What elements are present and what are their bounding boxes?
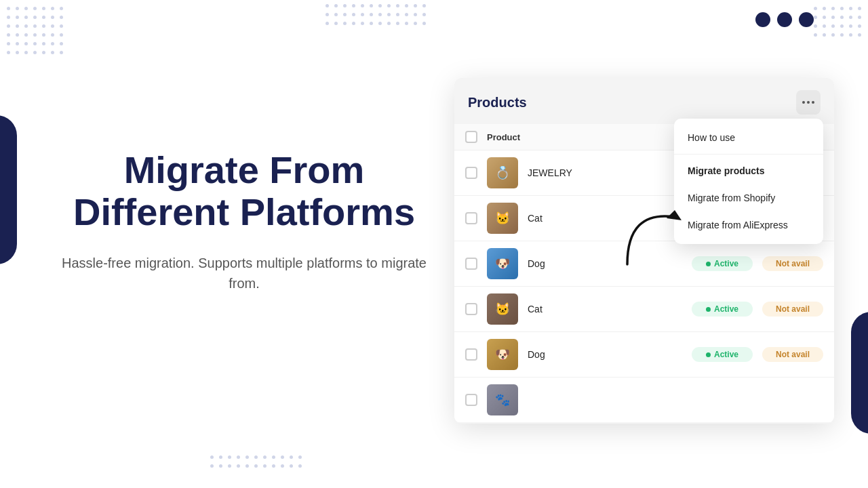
product-name: Dog [528, 258, 682, 269]
subtitle: Hassle-free migration. Supports multiple… [54, 253, 434, 293]
dots-top-left [7, 7, 63, 54]
status-badge-notavail: Not avail [762, 302, 823, 317]
row-checkbox[interactable] [465, 348, 477, 361]
row-checkbox[interactable] [465, 258, 477, 270]
three-dots-button[interactable] [796, 90, 821, 115]
status-badge-active: Active [692, 347, 753, 362]
products-panel: Products Product 💍 JEWELRY [454, 78, 834, 424]
product-thumbnail: 🐱 [487, 293, 518, 325]
dropdown-menu: How to use Migrate products Migrate from… [674, 119, 823, 244]
panel-inner: Products Product 💍 JEWELRY [454, 78, 834, 422]
header-dot-3 [799, 12, 814, 27]
status-badge-notavail: Not avail [762, 256, 823, 271]
menu-item-migrate-products[interactable]: Migrate products [674, 157, 823, 184]
menu-item-migrate-shopify[interactable]: Migrate from Shopify [674, 184, 823, 211]
main-title: Migrate From Different Platforms [54, 149, 434, 232]
product-name: Dog [528, 349, 682, 360]
dots-top-right [814, 7, 861, 37]
status-badge-active: Active [692, 302, 753, 317]
table-row: 🐶 Dog Active Not avail [454, 241, 834, 287]
product-thumbnail: 🐶 [487, 248, 518, 279]
menu-divider [674, 154, 823, 155]
header-checkbox[interactable] [465, 131, 477, 143]
status-badge-notavail: Not avail [762, 347, 823, 362]
product-thumbnail: 🐾 [487, 384, 518, 415]
dots-top-center [326, 4, 426, 25]
row-checkbox[interactable] [465, 303, 477, 315]
corner-decoration-right [851, 312, 868, 434]
panel-header: Products [454, 78, 834, 124]
table-row: 🐱 Cat Active Not avail [454, 287, 834, 332]
header-dot-1 [755, 12, 770, 27]
header-dots-decoration [755, 12, 814, 27]
product-name: Cat [528, 304, 682, 314]
dots-bottom-left [210, 455, 302, 468]
menu-item-migrate-aliexpress[interactable]: Migrate from AliExpress [674, 211, 823, 239]
status-badge-active: Active [692, 256, 753, 271]
menu-item-how-to-use[interactable]: How to use [674, 124, 823, 151]
row-checkbox[interactable] [465, 212, 477, 224]
row-checkbox[interactable] [465, 394, 477, 406]
row-checkbox[interactable] [465, 167, 477, 179]
corner-decoration-left [0, 115, 17, 264]
product-thumbnail: 🐶 [487, 339, 518, 370]
product-thumbnail: 🐱 [487, 203, 518, 234]
left-content: Migrate From Different Platforms Hassle-… [54, 149, 434, 293]
panel-title: Products [468, 95, 527, 110]
table-row-partial: 🐾 [454, 378, 834, 422]
header-dot-2 [777, 12, 792, 27]
table-row: 🐶 Dog Active Not avail [454, 332, 834, 378]
product-thumbnail: 💍 [487, 157, 518, 188]
